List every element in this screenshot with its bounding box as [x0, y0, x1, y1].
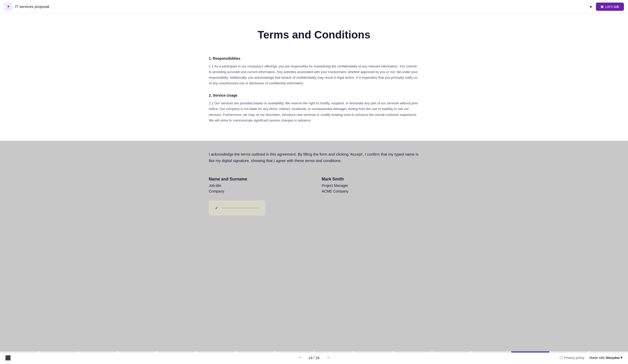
- signature-box[interactable]: ✓: [209, 200, 265, 216]
- next-page-button[interactable]: →: [323, 354, 332, 361]
- progress-bar: [0, 351, 628, 352]
- sig-right-job-title: Project Manager: [322, 184, 419, 188]
- sig-right-company: ACME Company: [322, 189, 419, 193]
- section-service-usage: 2. Service Usage 2.1 Our services are pr…: [209, 93, 419, 123]
- privacy-policy-link[interactable]: ⓘ Privacy policy: [560, 356, 584, 360]
- sig-left-job-title: Job title: [209, 184, 306, 188]
- info-icon: ⓘ: [560, 356, 563, 360]
- progress-segment-12[interactable]: [433, 351, 471, 352]
- progress-segment-8[interactable]: [275, 351, 313, 352]
- monitor-icon[interactable]: ⬛: [5, 355, 11, 361]
- app-title: IT services proposal: [15, 4, 49, 9]
- progress-segment-14[interactable]: [511, 351, 549, 352]
- progress-segment-7[interactable]: [236, 351, 274, 352]
- storydoc-brand: Storydoc✦: [606, 356, 623, 360]
- progress-segment-4[interactable]: [118, 351, 156, 352]
- prev-page-button[interactable]: ←: [296, 354, 305, 361]
- signature-right: Mark Smith Project Manager ACME Company: [322, 177, 419, 195]
- progress-segment-1[interactable]: [0, 351, 38, 352]
- progress-segment-6[interactable]: [197, 351, 235, 352]
- sig-left-company: Company: [209, 189, 306, 193]
- page-title: Terms and Conditions: [10, 29, 618, 41]
- bottom-center: ← 14 / 16 →: [296, 354, 332, 361]
- header: ✦ IT services proposal ➤ ▣ Let's talk: [0, 0, 628, 13]
- section2-body: 2.1 Our services are provided based on a…: [209, 100, 419, 123]
- checkmark-icon: ✓: [215, 206, 218, 210]
- progress-segment-2[interactable]: [39, 351, 77, 352]
- menu-icon: ▣: [601, 5, 604, 8]
- white-section: Terms and Conditions 1. Responsibilities…: [0, 13, 628, 141]
- section1-body: 1.1 As a participant in our company's of…: [209, 64, 419, 86]
- section-responsibilities: 1. Responsibilities 1.1 As a participant…: [209, 56, 419, 86]
- page-indicator: 14 / 16: [309, 356, 320, 360]
- progress-segment-9[interactable]: [315, 351, 353, 352]
- signature-line: [221, 208, 259, 208]
- progress-segment-11[interactable]: [393, 351, 431, 352]
- bottom-right: ⓘ Privacy policy Made with Storydoc✦: [560, 356, 623, 360]
- signature-left: Name and Surname Job title Company ✓: [209, 177, 306, 216]
- section1-heading: 1. Responsibilities: [209, 56, 419, 60]
- sig-right-name: Mark Smith: [322, 177, 419, 181]
- section2-heading: 2. Service Usage: [209, 93, 419, 97]
- storydoc-badge: Made with Storydoc✦: [590, 356, 623, 360]
- logo-icon[interactable]: ✦: [4, 3, 12, 11]
- progress-segment-16[interactable]: [590, 351, 628, 352]
- header-left: ✦ IT services proposal: [4, 3, 49, 11]
- header-right: ➤ ▣ Let's talk: [589, 3, 624, 11]
- send-icon[interactable]: ➤: [589, 4, 593, 9]
- terms-content: 1. Responsibilities 1.1 As a participant…: [209, 56, 419, 123]
- progress-segment-13[interactable]: [472, 351, 510, 352]
- acknowledgment-text: I acknowledge the terms outlined in this…: [209, 151, 419, 164]
- bottom-bar: ⬛ ← 14 / 16 → ⓘ Privacy policy Made with…: [0, 351, 628, 364]
- signature-area: Name and Surname Job title Company ✓ Mar…: [209, 177, 419, 216]
- lets-talk-button[interactable]: ▣ Let's talk: [596, 3, 624, 11]
- bottom-left: ⬛: [5, 355, 11, 361]
- progress-segment-5[interactable]: [157, 351, 195, 352]
- progress-segment-3[interactable]: [79, 351, 117, 352]
- main-content: Terms and Conditions 1. Responsibilities…: [0, 13, 628, 364]
- grey-section: I acknowledge the terms outlined in this…: [0, 141, 628, 231]
- progress-segment-15[interactable]: [551, 351, 589, 352]
- sig-left-label: Name and Surname: [209, 177, 306, 181]
- progress-segment-10[interactable]: [354, 351, 392, 352]
